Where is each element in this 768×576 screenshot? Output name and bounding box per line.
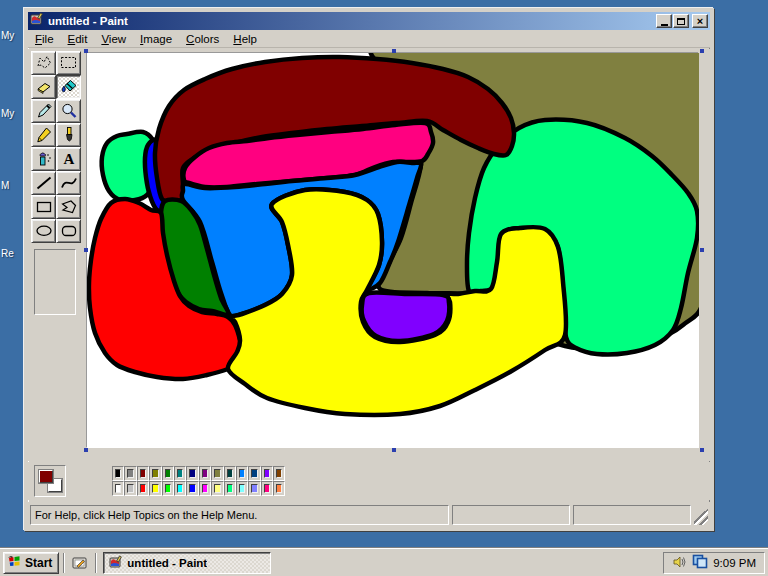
palette-swatch[interactable] (174, 466, 186, 481)
close-button[interactable]: × (692, 14, 708, 28)
tool-rounded-rectangle[interactable] (56, 219, 81, 243)
tool-options-box[interactable] (34, 249, 76, 315)
palette-swatch[interactable] (162, 481, 174, 496)
taskbar: Start untitled - Paint (0, 548, 768, 576)
canvas-resize-handle[interactable] (392, 49, 396, 53)
palette-swatch[interactable] (186, 466, 198, 481)
tool-grid: A (31, 51, 84, 243)
menu-bar: FileEditViewImageColorsHelp (28, 30, 710, 48)
task-button-paint[interactable]: untitled - Paint (103, 552, 271, 574)
menu-view[interactable]: View (94, 32, 133, 46)
palette-swatch[interactable] (174, 481, 186, 496)
window-title: untitled - Paint (48, 15, 656, 27)
canvas-resize-handle[interactable] (84, 248, 88, 252)
tool-ellipse[interactable] (31, 219, 56, 243)
taskbar-separator (95, 553, 97, 573)
canvas-resize-handle[interactable] (700, 448, 704, 452)
paint-canvas[interactable] (86, 52, 698, 447)
paint-window: untitled - Paint × FileEditViewImageColo… (24, 8, 714, 531)
palette-swatch[interactable] (261, 481, 273, 496)
tool-pick-color[interactable] (31, 99, 56, 123)
palette-swatch[interactable] (211, 466, 223, 481)
foreground-color-swatch (39, 470, 53, 483)
tool-airbrush[interactable] (31, 147, 56, 171)
tool-free-form-select[interactable] (31, 51, 56, 75)
tool-brush[interactable] (56, 123, 81, 147)
windows-logo-icon (7, 554, 22, 571)
status-bar: For Help, click Help Topics on the Help … (28, 502, 710, 527)
canvas-resize-handle[interactable] (84, 448, 88, 452)
show-desktop-icon[interactable] (69, 553, 91, 573)
system-tray: 9:09 PM (663, 552, 765, 574)
palette-swatch[interactable] (224, 481, 236, 496)
tool-curve[interactable] (56, 171, 81, 195)
palette-swatch[interactable] (199, 466, 211, 481)
clock: 9:09 PM (713, 557, 756, 569)
tool-eraser[interactable] (31, 75, 56, 99)
palette-swatch[interactable] (199, 481, 211, 496)
maximize-button[interactable] (673, 14, 689, 28)
title-bar[interactable]: untitled - Paint × (28, 12, 710, 30)
start-button-label: Start (25, 556, 52, 570)
palette-swatch[interactable] (211, 481, 223, 496)
palette-swatch[interactable] (137, 481, 149, 496)
svg-text:A: A (63, 151, 74, 167)
desktop-icon-label[interactable]: M (1, 180, 9, 191)
desktop-icon-label[interactable]: Re (1, 248, 14, 259)
minimize-button[interactable] (656, 14, 672, 28)
palette-swatch[interactable] (224, 466, 236, 481)
volume-icon[interactable] (672, 555, 687, 571)
status-panel-3 (573, 505, 691, 525)
palette-swatch[interactable] (248, 466, 260, 481)
palette-swatch[interactable] (149, 466, 161, 481)
palette-swatch[interactable] (186, 481, 198, 496)
menu-file[interactable]: File (28, 32, 61, 46)
tool-select[interactable] (56, 51, 81, 75)
menu-help[interactable]: Help (226, 32, 264, 46)
color-palette (112, 466, 285, 496)
paint-app-icon (30, 12, 44, 30)
palette-swatch[interactable] (248, 481, 260, 496)
palette-swatch[interactable] (124, 466, 136, 481)
palette-swatch[interactable] (236, 466, 248, 481)
resize-grip[interactable] (694, 505, 708, 525)
canvas-drawing (87, 53, 699, 448)
tool-text[interactable]: A (56, 147, 81, 171)
taskbar-separator (63, 553, 65, 573)
menu-colors[interactable]: Colors (179, 32, 226, 46)
task-button-label: untitled - Paint (127, 557, 207, 569)
paint-app-icon (109, 555, 123, 571)
palette-swatch[interactable] (162, 466, 174, 481)
tool-fill-with-color[interactable] (56, 75, 81, 99)
palette-swatch[interactable] (273, 481, 285, 496)
tool-magnifier[interactable] (56, 99, 81, 123)
menu-edit[interactable]: Edit (61, 32, 95, 46)
desktop-icon-label[interactable]: My (1, 30, 14, 41)
tool-pencil[interactable] (31, 123, 56, 147)
color-bar (28, 462, 710, 500)
palette-swatch[interactable] (273, 466, 285, 481)
desktop: MyMyMRe untitled - Paint × FileEditViewI… (0, 0, 768, 576)
color-indicator[interactable] (34, 465, 66, 497)
canvas-resize-handle[interactable] (392, 448, 396, 452)
palette-swatch[interactable] (124, 481, 136, 496)
tool-polygon[interactable] (56, 195, 81, 219)
palette-swatch[interactable] (149, 481, 161, 496)
start-button[interactable]: Start (3, 552, 59, 574)
canvas-resize-handle[interactable] (700, 49, 704, 53)
canvas-resize-handle[interactable] (84, 49, 88, 53)
tool-box: A (28, 49, 84, 461)
painted-region-purple-blob[interactable] (362, 292, 450, 341)
menu-image[interactable]: Image (133, 32, 179, 46)
tool-line[interactable] (31, 171, 56, 195)
palette-swatch[interactable] (261, 466, 273, 481)
tray-app-icon[interactable] (692, 554, 708, 571)
palette-swatch[interactable] (137, 466, 149, 481)
palette-swatch[interactable] (236, 481, 248, 496)
palette-swatch[interactable] (112, 466, 124, 481)
canvas-resize-handle[interactable] (700, 248, 704, 252)
status-message: For Help, click Help Topics on the Help … (30, 505, 449, 525)
desktop-icon-label[interactable]: My (1, 108, 14, 119)
tool-rectangle[interactable] (31, 195, 56, 219)
palette-swatch[interactable] (112, 481, 124, 496)
